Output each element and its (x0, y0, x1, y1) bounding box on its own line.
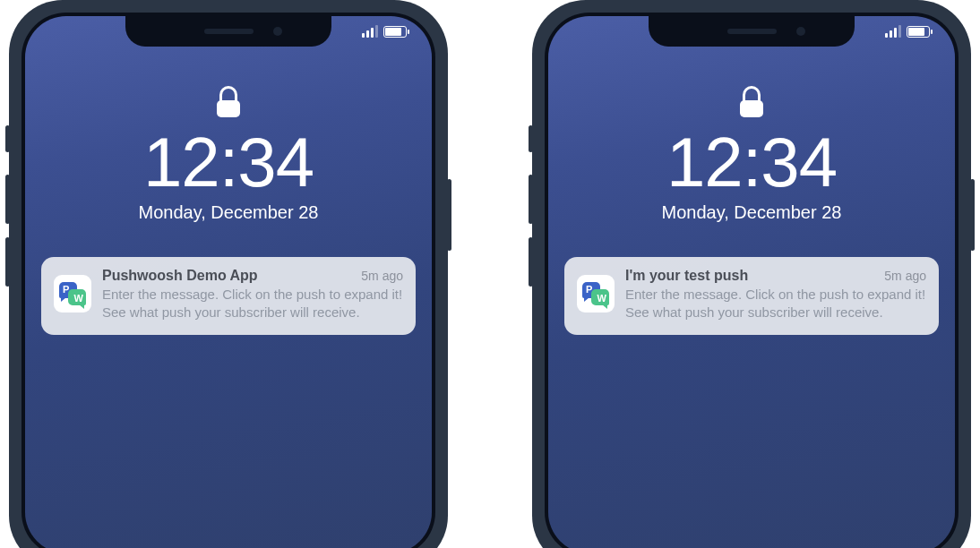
phone-frame: 12:34 Monday, December 28 P W I'm your t… (532, 0, 971, 548)
app-icon: P W (54, 275, 91, 313)
lock-time: 12:34 (25, 127, 432, 197)
notification-message: Enter the message. Click on the push to … (102, 286, 403, 322)
pushwoosh-icon: P W (59, 282, 86, 305)
lock-date: Monday, December 28 (25, 202, 432, 223)
notification-message: Enter the message. Click on the push to … (625, 286, 926, 322)
lock-icon (740, 86, 763, 116)
battery-icon (907, 26, 930, 38)
notification-timestamp: 5m ago (361, 269, 403, 283)
pushwoosh-icon: P W (582, 282, 609, 305)
status-bar (885, 25, 930, 38)
signal-icon (362, 25, 378, 38)
push-notification[interactable]: P W I'm your test push 5m ago Enter the … (564, 257, 939, 335)
app-icon: P W (577, 275, 615, 313)
lock-screen[interactable]: 12:34 Monday, December 28 P W I'm your t… (548, 16, 955, 548)
push-notification[interactable]: P W Pushwoosh Demo App 5m ago Enter the … (41, 257, 416, 335)
lock-icon (217, 86, 240, 116)
lock-time: 12:34 (548, 127, 955, 197)
phone-mockup-left: 12:34 Monday, December 28 P W Pushwoosh … (9, 0, 448, 548)
phone-frame: 12:34 Monday, December 28 P W Pushwoosh … (9, 0, 448, 548)
signal-icon (885, 25, 901, 38)
notch (125, 16, 331, 47)
notch (649, 16, 855, 47)
notification-title: Pushwoosh Demo App (102, 268, 258, 284)
phone-mockup-right: 12:34 Monday, December 28 P W I'm your t… (532, 0, 971, 548)
notification-timestamp: 5m ago (884, 269, 926, 283)
lock-screen[interactable]: 12:34 Monday, December 28 P W Pushwoosh … (25, 16, 432, 548)
battery-icon (383, 26, 407, 38)
status-bar (362, 25, 407, 38)
notification-title: I'm your test push (625, 268, 748, 284)
lock-date: Monday, December 28 (548, 202, 955, 223)
